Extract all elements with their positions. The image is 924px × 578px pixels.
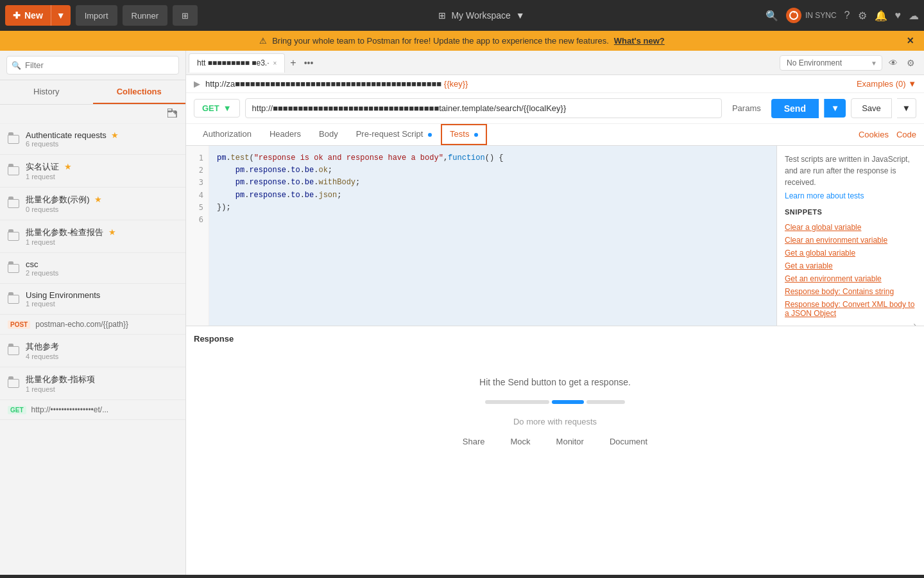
snippet-item[interactable]: Response body: Convert XML body to a JSO… — [785, 298, 916, 320]
sync-badge: IN SYNC — [786, 8, 837, 23]
sidebar-list: Authenticate requests ★ 6 requests 实名认证 … — [0, 124, 185, 575]
code-line-4: pm.response.to.be.json; — [217, 189, 769, 202]
list-item[interactable]: Authenticate requests ★ 6 requests — [0, 124, 185, 155]
add-collection-icon[interactable] — [165, 107, 180, 121]
item-name: csc — [26, 259, 178, 269]
item-content: Using Environments 1 request — [26, 290, 178, 308]
list-item[interactable]: 批量化参数-检查报告 ★ 1 request — [0, 220, 185, 253]
settings-icon[interactable]: ⚙ — [858, 10, 867, 22]
notification-icon[interactable]: 🔔 — [875, 10, 887, 22]
env-select-wrap: No Environment — [780, 55, 882, 71]
code-line-5: }); — [217, 202, 769, 214]
snippets-panel: Test scripts are written in JavaScript, … — [776, 146, 924, 326]
req-tab-label: htt ■■■■■■■■■ ■e3.· — [197, 58, 270, 67]
arrow-icon[interactable]: ▶ — [194, 79, 200, 89]
tab-headers[interactable]: Headers — [261, 124, 310, 145]
tab-prerequest-script[interactable]: Pre-request Script — [347, 124, 441, 145]
response-area: Response Hit the Send button to get a re… — [186, 326, 924, 505]
snippets-expand-icon[interactable]: › — [913, 320, 916, 326]
item-name: 其他参考 — [26, 341, 178, 353]
tab-tests[interactable]: Tests — [441, 124, 487, 145]
snippet-item[interactable]: Get an environment variable — [785, 272, 916, 285]
cookies-link[interactable]: Cookies — [859, 130, 889, 139]
tab-collections[interactable]: Collections — [93, 80, 186, 104]
layout-button[interactable]: ⊞ — [173, 5, 198, 26]
send-button[interactable]: Send — [771, 99, 819, 118]
settings-env-icon[interactable]: ⚙ — [904, 57, 918, 69]
import-button[interactable]: Import — [76, 5, 117, 26]
method-badge-post: POST — [8, 320, 30, 329]
whats-new-link[interactable]: What's new? — [614, 36, 665, 46]
list-item[interactable]: POST postman-echo.com/{{path}} — [0, 315, 185, 335]
code-line-2: pm.response.to.be.ok; — [217, 164, 769, 177]
code-link[interactable]: Code — [896, 130, 916, 139]
method-label: GET — [202, 103, 219, 113]
eye-icon[interactable]: 👁 — [886, 57, 900, 69]
workspace-button[interactable]: ⊞ My Workspace ▼ — [438, 10, 524, 21]
progress-segment-2 — [552, 400, 584, 404]
item-meta: 0 requests — [26, 206, 178, 213]
runner-button[interactable]: Runner — [123, 5, 168, 26]
snippet-item[interactable]: Get a variable — [785, 259, 916, 272]
item-meta: 1 request — [26, 173, 178, 180]
snippet-item[interactable]: Clear a global variable — [785, 221, 916, 234]
save-dropdown-button[interactable]: ▼ — [897, 98, 916, 118]
url-bar-row: ▶ http://za■■■■■■■■■■■■■■■■■■■■■■■■■■■■■… — [186, 75, 924, 93]
help-icon[interactable]: ? — [844, 10, 850, 21]
examples-link[interactable]: Examples (0) ▼ — [857, 79, 916, 89]
learn-more-link[interactable]: Learn more about tests — [785, 191, 864, 200]
new-button[interactable]: ✚ New ▼ — [5, 5, 71, 26]
announcement-close-button[interactable]: × — [907, 34, 914, 48]
item-content: Authenticate requests ★ 6 requests — [26, 130, 178, 148]
method-select[interactable]: GET ▼ — [194, 99, 240, 118]
more-tabs-button[interactable]: ••• — [302, 58, 316, 68]
snippet-item[interactable]: Response body: Contains string — [785, 285, 916, 298]
list-item[interactable]: Using Environments 1 request — [0, 284, 185, 315]
list-item[interactable]: 批量化参数(示例) ★ 0 requests — [0, 188, 185, 220]
list-item[interactable]: 实名认证 ★ 1 request — [0, 155, 185, 188]
response-action-buttons: Share Mock Monitor Document — [463, 437, 647, 446]
tab-history[interactable]: History — [0, 80, 93, 104]
response-title: Response — [194, 334, 916, 344]
action-document[interactable]: Document — [610, 437, 647, 446]
tests-dot — [474, 133, 478, 137]
list-item[interactable]: 其他参考 4 requests — [0, 335, 185, 367]
action-monitor[interactable]: Monitor — [556, 437, 584, 446]
prerequest-dot — [428, 133, 432, 137]
item-name: 实名认证 ★ — [26, 161, 178, 173]
request-body-tabs: Authorization Headers Body Pre-request S… — [186, 124, 924, 146]
url-text: postman-echo.com/{{path}} — [35, 320, 128, 329]
folder-icon — [8, 166, 19, 175]
method-arrow: ▼ — [223, 103, 232, 113]
new-dropdown-arrow[interactable]: ▼ — [51, 5, 71, 26]
search-nav-icon[interactable]: 🔍 — [766, 10, 778, 22]
action-mock[interactable]: Mock — [511, 437, 531, 446]
workspace-arrow-icon: ▼ — [516, 10, 525, 21]
save-button[interactable]: Save — [851, 98, 892, 118]
action-share[interactable]: Share — [463, 437, 485, 446]
code-editor[interactable]: pm.test("response is ok and response hav… — [209, 146, 776, 326]
close-tab-icon[interactable]: × — [273, 60, 277, 67]
request-tab-active[interactable]: htt ■■■■■■■■■ ■e3.· × — [189, 53, 285, 73]
tab-body[interactable]: Body — [310, 124, 347, 145]
list-item[interactable]: 批量化参数-指标项 1 request — [0, 367, 185, 400]
list-item[interactable]: csc 2 requests — [0, 253, 185, 284]
filter-input[interactable] — [6, 56, 179, 74]
heart-icon[interactable]: ♥ — [895, 10, 902, 21]
env-select[interactable]: No Environment — [780, 55, 882, 71]
announcement-text: Bring your whole team to Postman for fre… — [272, 36, 609, 46]
snippet-item[interactable]: Get a global variable — [785, 247, 916, 259]
list-item[interactable]: GET http://••••••••••••••••et/... — [0, 400, 185, 420]
add-tab-button[interactable]: + — [285, 57, 301, 69]
item-meta: 1 request — [26, 300, 178, 308]
url-param: {{key}} — [444, 79, 468, 89]
url-input[interactable] — [245, 98, 722, 118]
params-button[interactable]: Params — [727, 103, 766, 113]
item-name: 批量化参数-指标项 — [26, 374, 178, 385]
progress-segment-3 — [586, 400, 625, 404]
snippet-item[interactable]: Clear an environment variable — [785, 234, 916, 247]
cloud-icon[interactable]: ☁ — [909, 10, 919, 22]
send-dropdown-button[interactable]: ▼ — [824, 99, 846, 118]
item-content: 实名认证 ★ 1 request — [26, 161, 178, 180]
tab-authorization[interactable]: Authorization — [194, 124, 261, 145]
